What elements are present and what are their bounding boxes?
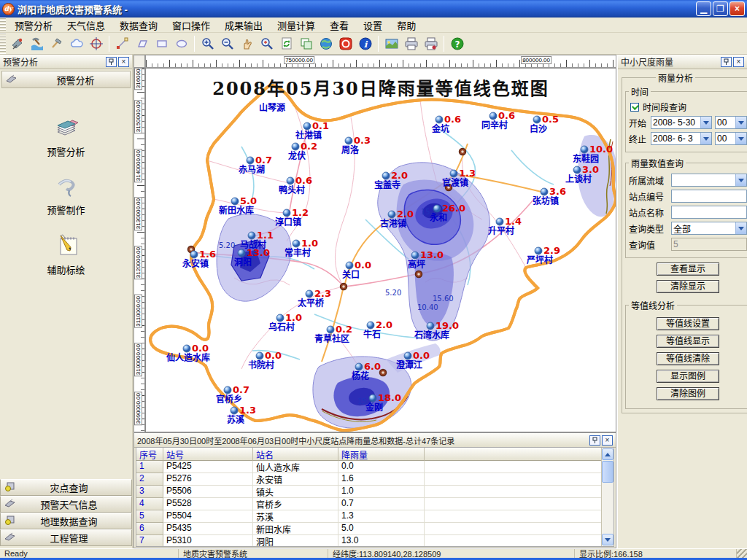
station-marker[interactable] xyxy=(238,249,245,257)
menu-item[interactable]: 查看 xyxy=(322,17,356,34)
scroll-down-icon[interactable] xyxy=(602,534,614,545)
station-marker[interactable] xyxy=(427,322,434,330)
start-hour-combo[interactable]: 00 xyxy=(715,116,747,129)
station-marker[interactable] xyxy=(256,352,263,359)
end-date-combo[interactable]: 2008- 6- 3 xyxy=(651,132,712,145)
chevron-down-icon[interactable] xyxy=(700,117,711,128)
start-date-combo[interactable]: 2008- 5-30 xyxy=(651,116,712,129)
menu-grip[interactable] xyxy=(0,18,6,32)
station-marker[interactable] xyxy=(388,211,395,218)
contour-button[interactable]: 清除图例 xyxy=(657,387,719,400)
map-view[interactable]: 5.2015.25.2015.6010.4015.6山琴源0.1社港镇0.3周洛… xyxy=(145,68,616,432)
zoom-extent-icon[interactable] xyxy=(258,34,276,52)
sidebar-item-warning-maker[interactable]: 预警制作 xyxy=(0,174,132,217)
station-marker[interactable] xyxy=(231,198,239,205)
resize-grip-icon[interactable] xyxy=(737,549,747,558)
column-header[interactable]: 降雨量 xyxy=(338,448,425,461)
station-marker[interactable] xyxy=(306,290,313,298)
sidebar-item-aux-plotting[interactable]: 辅助标绘 xyxy=(0,233,132,276)
table-scrollbar[interactable] xyxy=(601,448,614,546)
hammer-icon[interactable] xyxy=(47,34,66,52)
menu-item[interactable]: 成果输出 xyxy=(217,17,270,34)
station-marker[interactable] xyxy=(248,232,255,239)
close-icon[interactable]: × xyxy=(602,435,613,446)
station-marker[interactable] xyxy=(450,170,457,177)
print-setup-icon[interactable] xyxy=(422,34,440,52)
sidebar-bottom-bar[interactable]: 灾点查询 xyxy=(0,479,132,496)
station-marker[interactable] xyxy=(533,116,541,123)
restore-button[interactable]: ❐ xyxy=(713,1,728,16)
station-marker[interactable] xyxy=(404,352,411,359)
station-marker[interactable] xyxy=(369,394,376,402)
station-marker[interactable] xyxy=(433,205,441,212)
toolbar-grip[interactable] xyxy=(0,33,6,54)
zoom-out-icon[interactable] xyxy=(218,34,236,52)
crosshair-icon[interactable] xyxy=(87,34,105,52)
station-marker[interactable] xyxy=(231,407,238,414)
table-row[interactable]: 1 P5425 仙人造水库 0.0 xyxy=(136,461,614,473)
table-row[interactable]: 6 P5435 新田水库 5.0 xyxy=(136,523,614,535)
column-header[interactable]: 站名 xyxy=(253,448,338,461)
station-marker[interactable] xyxy=(345,137,352,144)
contour-button[interactable]: 等值线设置 xyxy=(657,317,719,330)
clear-display-button[interactable]: 清除显示 xyxy=(657,280,719,293)
export-image-icon[interactable] xyxy=(382,34,400,52)
contour-button[interactable]: 等值线显示 xyxy=(657,335,719,348)
menu-item[interactable]: 窗口操作 xyxy=(165,17,217,34)
station-marker[interactable] xyxy=(303,122,311,130)
table-row[interactable]: 5 P5504 苏溪 1.3 xyxy=(136,510,614,523)
close-icon[interactable]: × xyxy=(118,57,129,67)
sidebar-bottom-bar[interactable]: 地理数据查询 xyxy=(0,513,132,529)
time-range-checkbox[interactable] xyxy=(630,103,639,112)
station-marker[interactable] xyxy=(436,116,443,123)
station-marker[interactable] xyxy=(535,247,542,254)
globe-icon[interactable] xyxy=(317,34,335,52)
draw-ellipse-icon[interactable] xyxy=(172,34,190,52)
chevron-down-icon[interactable] xyxy=(700,133,711,144)
station-marker[interactable] xyxy=(190,251,198,258)
chevron-down-icon[interactable] xyxy=(735,133,746,144)
menu-item[interactable]: 数据查询 xyxy=(112,17,165,34)
copy-layers-icon[interactable] xyxy=(297,34,315,52)
info-icon[interactable]: i xyxy=(356,34,374,52)
chevron-down-icon[interactable] xyxy=(735,117,746,128)
station-marker[interactable] xyxy=(183,345,190,352)
refresh-page-icon[interactable] xyxy=(277,34,295,52)
column-header[interactable]: 序号 xyxy=(136,448,163,461)
station-marker[interactable] xyxy=(496,218,503,225)
help-icon[interactable]: ? xyxy=(448,34,466,52)
station-marker[interactable] xyxy=(293,240,300,247)
contour-button[interactable]: 显示图例 xyxy=(657,370,719,383)
station-marker[interactable] xyxy=(581,146,588,153)
zoom-in-icon[interactable] xyxy=(198,34,217,52)
station-marker[interactable] xyxy=(327,326,334,333)
table-row[interactable]: 2 P5276 永安镇 1.6 xyxy=(136,473,614,486)
station-marker[interactable] xyxy=(355,363,363,370)
menu-item[interactable]: 帮助 xyxy=(390,17,423,34)
query-type-combo[interactable]: 全部 xyxy=(671,222,747,235)
station-marker[interactable] xyxy=(573,166,581,174)
menu-item[interactable]: 设置 xyxy=(356,17,390,34)
menu-item[interactable]: 预警分析 xyxy=(7,17,60,34)
station-name-input[interactable] xyxy=(671,206,747,219)
table-row[interactable]: 7 P5310 洞阳 13.0 xyxy=(136,535,614,547)
station-marker[interactable] xyxy=(224,386,231,394)
station-marker[interactable] xyxy=(276,314,284,322)
draw-rectangle-icon[interactable] xyxy=(152,34,171,52)
menu-item[interactable]: 天气信息 xyxy=(60,17,112,34)
stop-icon[interactable] xyxy=(336,34,355,52)
contour-button[interactable]: 等值线清除 xyxy=(657,352,719,365)
sidebar-bottom-bar[interactable]: 工程管理 xyxy=(0,529,132,546)
end-hour-combo[interactable]: 00 xyxy=(715,132,747,145)
station-marker[interactable] xyxy=(283,209,290,217)
pickaxe-water-icon[interactable] xyxy=(28,34,46,52)
table-row[interactable]: 4 P5528 官桥乡 0.7 xyxy=(136,498,614,510)
scrollbar-thumb[interactable] xyxy=(602,461,614,483)
column-header[interactable]: 站号 xyxy=(163,448,253,461)
station-marker[interactable] xyxy=(292,143,299,150)
pin-icon[interactable] xyxy=(589,435,600,446)
station-marker[interactable] xyxy=(489,112,497,120)
chevron-down-icon[interactable] xyxy=(735,174,746,186)
satellite-dish-icon[interactable] xyxy=(8,34,26,52)
sidebar-item-warning-analysis[interactable]: 预警分析 xyxy=(0,116,132,158)
